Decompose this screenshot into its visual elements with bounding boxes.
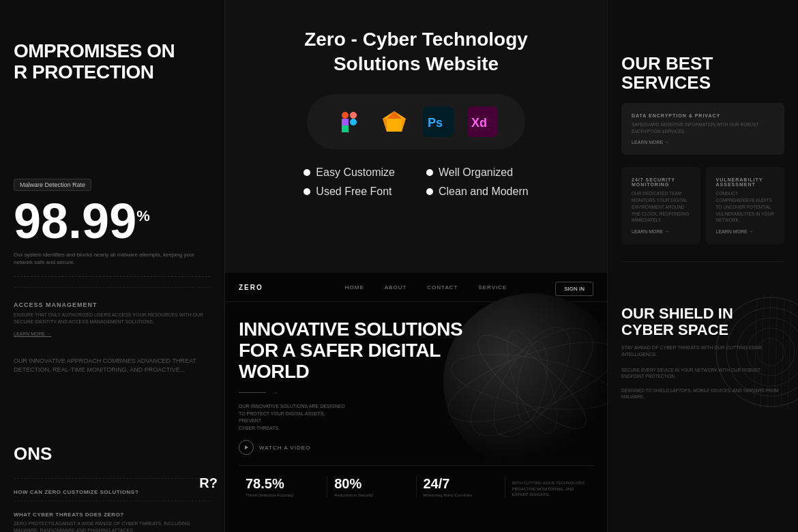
svg-line-29 bbox=[760, 294, 764, 410]
stat-reduction: 80% Reduction in Security bbox=[327, 476, 416, 497]
play-icon[interactable] bbox=[239, 440, 254, 455]
service-card-monitoring: 24/7 SECURITY MONITORING OUR DEDICATED T… bbox=[621, 167, 700, 244]
svg-marker-9 bbox=[402, 119, 406, 132]
stats-row: 78.5% Threat Detection Accuracy 80% Redu… bbox=[239, 465, 593, 497]
featured-service-text: SAFEGUARD SENSITIVE INFORMATION WITH OUR… bbox=[632, 121, 774, 135]
product-info: Zero - Cyber Technology Solutions Websit… bbox=[225, 0, 607, 232]
stat-desc-4: WITH CUTTING-EDGE TECHNOLOGY, PROACTIVE … bbox=[512, 480, 587, 497]
access-management-text: ENSURE THAT ONLY AUTHORIZED USERS ACCESS… bbox=[14, 312, 211, 326]
watch-video-button[interactable]: WATCH A VIDEO bbox=[239, 440, 593, 455]
svg-rect-4 bbox=[342, 125, 349, 132]
stat-monitoring: 24/7 Monitoring Many Countries bbox=[417, 476, 505, 497]
svg-marker-8 bbox=[383, 119, 387, 132]
bottom-right-tag: R? bbox=[199, 475, 218, 491]
nav-logo: ZERO bbox=[239, 284, 263, 291]
hero-title: INNOVATIVE SOLUTIONS FOR A SAFER DIGITAL… bbox=[239, 319, 593, 382]
svg-line-30 bbox=[767, 294, 771, 410]
stat-number-2: 80% bbox=[334, 476, 409, 492]
tools-pill: Ps Xd bbox=[307, 94, 525, 149]
nav-home[interactable]: HOME bbox=[345, 284, 364, 291]
detection-description: Our system identifies and blocks nearly … bbox=[14, 251, 211, 266]
feature-clean-modern: Clean and Modern bbox=[426, 186, 529, 198]
right-panel: OUR BEST SERVICES DATA ENCRYPTION & PRIV… bbox=[607, 0, 798, 532]
access-management-title: ACCESS MANAGEMENT bbox=[14, 301, 211, 308]
detection-rate: 98.99% bbox=[14, 196, 211, 246]
hero-content: INNOVATIVE SOLUTIONS FOR A SAFER DIGITAL… bbox=[225, 302, 607, 514]
svg-point-3 bbox=[350, 119, 357, 125]
svg-line-28 bbox=[754, 297, 757, 407]
svg-rect-0 bbox=[342, 112, 349, 119]
svg-line-31 bbox=[774, 297, 778, 410]
svg-text:Xd: Xd bbox=[471, 116, 487, 130]
main-heading: OMPROMISES ON R PROTECTION bbox=[14, 41, 211, 83]
feature-dot-2 bbox=[426, 169, 433, 176]
stat-label-2: Reduction in Security bbox=[334, 493, 409, 497]
stat-description: WITH CUTTING-EDGE TECHNOLOGY, PROACTIVE … bbox=[505, 480, 593, 497]
bottom-heading: ONS bbox=[14, 443, 211, 464]
center-panel: Zero - Cyber Technology Solutions Websit… bbox=[225, 0, 607, 532]
vulnerability-text: CONDUCT COMPREHENSIVE AUDITS TO UNCOVER … bbox=[716, 190, 775, 224]
feature-used-free-font: Used Free Font bbox=[304, 186, 406, 198]
sketch-icon bbox=[379, 106, 409, 137]
vulnerability-learn-more[interactable]: LEARN MORE → bbox=[716, 229, 775, 234]
service-cards-row: 24/7 SECURITY MONITORING OUR DEDICATED T… bbox=[621, 160, 784, 244]
vulnerability-label: VULNERABILITY ASSESSMENT bbox=[716, 177, 775, 187]
xd-icon: Xd bbox=[467, 106, 498, 137]
featured-service-card: DATA ENCRYPTION & PRIVACY SAFEGUARD SENS… bbox=[621, 103, 784, 156]
svg-point-27 bbox=[757, 338, 784, 366]
monitoring-text: OUR DEDICATED TEAM MONITORS YOUR DIGITAL… bbox=[632, 190, 690, 224]
photoshop-icon: Ps bbox=[423, 106, 454, 137]
right-heading: OUR BEST SERVICES bbox=[621, 34, 784, 93]
featured-service-label: DATA ENCRYPTION & PRIVACY bbox=[632, 113, 774, 118]
faq-question-1: HOW CAN ZERO CUSTOMIZE SOLUTIONS? bbox=[14, 489, 211, 495]
monitoring-learn-more[interactable]: LEARN MORE → bbox=[632, 229, 690, 234]
nav-about[interactable]: ABOUT bbox=[385, 284, 407, 291]
svg-point-26 bbox=[747, 328, 795, 376]
website-preview: ZERO HOME ABOUT CONTACT SERVICE SIGN IN … bbox=[225, 273, 607, 532]
svg-rect-1 bbox=[350, 112, 357, 119]
product-title: Zero - Cyber Technology Solutions Websit… bbox=[246, 27, 587, 77]
featured-learn-more[interactable]: LEARN MORE → bbox=[632, 140, 774, 145]
svg-marker-22 bbox=[245, 445, 248, 449]
left-panel: OMPROMISES ON R PROTECTION Malware Detec… bbox=[0, 0, 225, 532]
bottom-description: OUR INNOVATIVE APPROACH COMBINES ADVANCE… bbox=[14, 357, 211, 375]
svg-text:Ps: Ps bbox=[428, 116, 443, 130]
malware-badge: Malware Detection Rate bbox=[14, 179, 91, 191]
hero-description: OUR INNOVATIVE SOLUTIONS ARE DESIGNED TO… bbox=[239, 403, 348, 432]
watch-video-label: WATCH A VIDEO bbox=[259, 445, 310, 451]
stat-label-3: Monitoring Many Countries bbox=[424, 493, 498, 497]
feature-dot-4 bbox=[426, 188, 433, 195]
features-grid: Easy Customize Well Organized Used Free … bbox=[304, 166, 528, 198]
feature-dot-1 bbox=[304, 169, 310, 176]
learn-more-link-1[interactable]: LEARN MORE → bbox=[14, 331, 211, 336]
stat-label-1: Threat Detection Accuracy bbox=[246, 493, 320, 497]
faq-item-2: WHAT CYBER THREATS DOES ZERO? ZERO PROTE… bbox=[14, 512, 211, 532]
service-card-vulnerability: VULNERABILITY ASSESSMENT CONDUCT COMPREH… bbox=[706, 167, 785, 244]
monitoring-label: 24/7 SECURITY MONITORING bbox=[632, 177, 690, 187]
figma-icon bbox=[334, 106, 365, 137]
stat-number-3: 24/7 bbox=[424, 476, 498, 492]
faq-question-2: WHAT CYBER THREATS DOES ZERO? bbox=[14, 512, 211, 518]
svg-line-33 bbox=[788, 304, 791, 410]
stat-number-1: 78.5% bbox=[246, 476, 320, 492]
faq-answer-2: ZERO PROTECTS AGAINST A WIDE RANGE OF CY… bbox=[14, 520, 211, 532]
faq-item-1: HOW CAN ZERO CUSTOMIZE SOLUTIONS? bbox=[14, 489, 211, 495]
feature-well-organized: Well Organized bbox=[426, 166, 529, 179]
svg-rect-2 bbox=[342, 119, 349, 125]
feature-easy-customize: Easy Customize bbox=[304, 166, 406, 179]
feature-dot-3 bbox=[304, 188, 310, 195]
stat-detection: 78.5% Threat Detection Accuracy bbox=[239, 476, 327, 497]
